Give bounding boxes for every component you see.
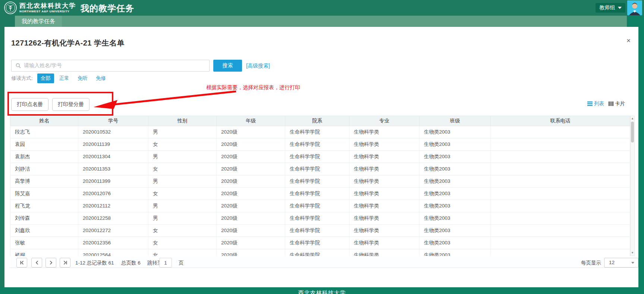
column-header-student-id: 学号 — [78, 116, 148, 126]
table-scrollbar[interactable]: ▲ ▼ — [630, 116, 635, 256]
table-row: 高擎博 2020011399 男 2020级 生命科学学院 生物科学类 生物类2… — [10, 175, 630, 188]
cell-name: 段志飞 — [10, 126, 78, 138]
annotation-text: 根据实际需要，选择对应报表，进行打印 — [206, 84, 300, 91]
list-view-icon — [587, 101, 593, 106]
per-page-select[interactable]: 12 — [604, 258, 638, 268]
footer-text: 西北农林科技大学 — [298, 290, 346, 294]
cell-name: 刘静洁 — [10, 163, 78, 175]
previous-page-button[interactable] — [31, 258, 42, 268]
cell-gender: 女 — [148, 188, 217, 200]
cell-major: 生物科学类 — [349, 249, 420, 256]
filter-option-exempt-listen[interactable]: 免听 — [78, 75, 88, 82]
cell-grade: 2020级 — [217, 151, 285, 163]
scroll-down-icon[interactable]: ▼ — [631, 251, 634, 255]
cell-gender: 女 — [148, 163, 217, 175]
filter-option-exempt-course[interactable]: 免修 — [96, 75, 106, 82]
cell-gender: 男 — [148, 151, 217, 163]
next-page-button[interactable] — [45, 258, 56, 268]
cell-college: 生命科学学院 — [285, 237, 349, 249]
cell-gender: 女 — [148, 249, 217, 256]
cell-name: 袁园 — [10, 138, 78, 150]
card-view-toggle[interactable]: 卡片 — [609, 100, 625, 107]
table-body: 段志飞 2020010532 男 2020级 生命科学学院 生物科学类 生物类2… — [10, 126, 630, 256]
jump-page-input[interactable] — [159, 258, 172, 268]
close-icon[interactable]: × — [626, 37, 631, 44]
record-range-text: 1-12 总记录数 61 — [75, 260, 114, 266]
cell-major: 生物科学类 — [349, 163, 420, 175]
card-view-icon — [609, 101, 613, 106]
cell-grade: 2020级 — [217, 138, 285, 150]
cell-gender: 男 — [148, 200, 217, 212]
cell-major: 生物科学类 — [349, 225, 420, 237]
cell-student-id: 2020012356 — [78, 237, 148, 249]
next-page-icon — [49, 260, 53, 265]
last-page-icon — [63, 260, 67, 265]
page-suffix-label: 页 — [179, 260, 184, 266]
cell-class: 生物类2003 — [420, 175, 491, 187]
study-mode-filter: 修读方式: 全部 正常 免听 免修 — [11, 74, 114, 83]
pagination-bar: 1-12 总记录数 61 总页数 6 跳转至 页 每页显示 12 — [10, 256, 635, 268]
cell-name: 刘鑫欣 — [10, 225, 78, 237]
cell-class: 生物类2003 — [420, 212, 491, 224]
cell-gender: 女 — [148, 237, 217, 249]
university-logo-icon — [4, 1, 17, 15]
cell-class: 生物类2003 — [420, 163, 491, 175]
scrollbar-thumb[interactable] — [631, 122, 634, 143]
app-title: 我的教学任务 — [81, 3, 134, 14]
university-name-en: NORTHWEST A&F UNIVERSITY — [19, 10, 70, 13]
tab-my-teaching-tasks[interactable]: 我的教学任务 — [15, 16, 62, 27]
column-header-major: 专业 — [349, 116, 420, 126]
print-roster-button[interactable]: 打印点名册 — [11, 98, 48, 111]
cell-grade: 2020级 — [217, 200, 285, 212]
tab-bar-right-strip — [627, 16, 644, 27]
search-button[interactable]: 搜索 — [213, 60, 242, 72]
left-edge-strip — [0, 27, 4, 287]
filter-option-normal[interactable]: 正常 — [59, 75, 69, 82]
card-view-label: 卡片 — [615, 100, 625, 107]
cell-gender: 男 — [148, 126, 217, 138]
cell-phone — [491, 237, 630, 249]
cell-name: 张敏 — [10, 237, 78, 249]
university-name-cn: 西北农林科技大学 — [19, 1, 76, 10]
list-view-toggle[interactable]: 列表 — [587, 100, 604, 107]
tab-bar-left-strip — [0, 16, 15, 27]
cell-class: 生物类2003 — [420, 237, 491, 249]
cell-grade: 2020级 — [217, 249, 285, 256]
cell-phone — [491, 188, 630, 200]
cell-student-id: 2020011304 — [78, 151, 148, 163]
filter-label: 修读方式: — [11, 75, 33, 82]
cell-major: 生物科学类 — [349, 188, 420, 200]
view-toggle: 列表 卡片 — [587, 100, 625, 107]
column-header-class: 班级 — [420, 116, 491, 126]
cell-college: 生命科学学院 — [285, 138, 349, 150]
cell-college: 生命科学学院 — [285, 200, 349, 212]
user-role-dropdown[interactable]: 教师组 — [596, 3, 625, 13]
search-input[interactable]: 请输入姓名/学号 — [11, 60, 210, 72]
cell-major: 生物科学类 — [349, 151, 420, 163]
cell-class: 生物类2003 — [420, 138, 491, 150]
cell-class: 生物类2003 — [420, 200, 491, 212]
column-header-grade: 年级 — [217, 116, 285, 126]
cell-name: 高擎博 — [10, 175, 78, 187]
column-header-phone: 联系电话 — [491, 116, 630, 126]
table-row: 刘传森 2020012258 男 2020级 生命科学学院 生物科学类 生物类2… — [10, 212, 630, 225]
cell-student-id: 2020010532 — [78, 126, 148, 138]
first-page-button[interactable] — [16, 258, 27, 268]
table-row: 陈艾嘉 2020012076 女 2020级 生命科学学院 生物科学类 生物类2… — [10, 188, 630, 200]
print-grade-book-button[interactable]: 打印登分册 — [52, 98, 89, 111]
cell-phone — [491, 212, 630, 224]
cell-gender: 女 — [148, 138, 217, 150]
table-row: 张敏 2020012356 女 2020级 生命科学学院 生物科学类 生物类20… — [10, 237, 630, 249]
cell-grade: 2020级 — [217, 237, 285, 249]
cell-name: 刘传森 — [10, 212, 78, 224]
advanced-search-link[interactable]: [高级搜索] — [246, 63, 270, 69]
cell-student-id: 2020011399 — [78, 175, 148, 187]
cell-student-id: 2020012272 — [78, 225, 148, 237]
cell-student-id: 2020012076 — [78, 188, 148, 200]
scroll-up-icon[interactable]: ▲ — [631, 116, 634, 121]
last-page-button[interactable] — [60, 258, 70, 268]
user-role-label: 教师组 — [600, 4, 615, 11]
cell-student-id: 2020012258 — [78, 212, 148, 224]
filter-option-all[interactable]: 全部 — [37, 74, 54, 83]
avatar[interactable] — [627, 0, 642, 15]
